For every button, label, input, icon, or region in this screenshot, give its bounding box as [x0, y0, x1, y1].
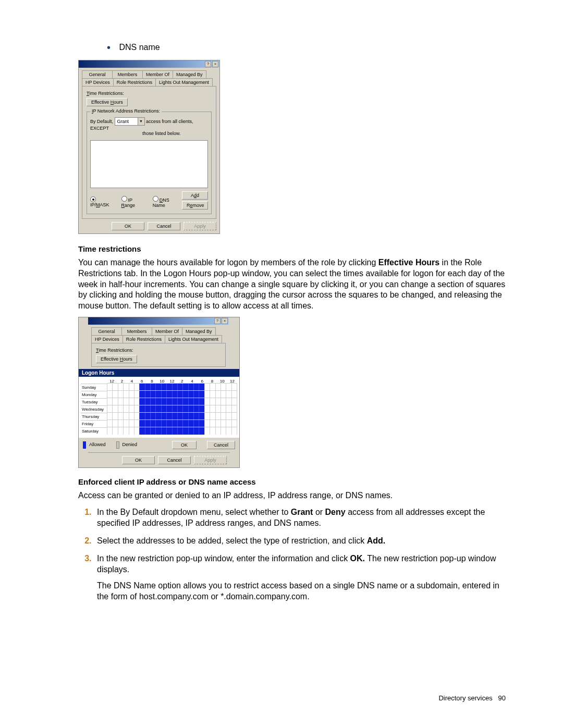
hour-cell[interactable]: [134, 384, 139, 391]
hour-cell[interactable]: [172, 413, 177, 420]
hour-cell[interactable]: [139, 391, 144, 398]
hour-cell[interactable]: [150, 420, 155, 427]
tab-members[interactable]: Members: [112, 70, 143, 78]
hour-cell[interactable]: [193, 420, 199, 427]
hours-grid[interactable]: 122468101224681012 SundayMondayTuesdayWe…: [79, 377, 239, 438]
hour-cell[interactable]: [210, 384, 215, 391]
hour-cell[interactable]: [188, 405, 193, 413]
hour-cell[interactable]: [129, 398, 134, 405]
hour-cell[interactable]: [145, 427, 150, 435]
hour-cell[interactable]: [166, 413, 172, 420]
tab-members[interactable]: Members: [121, 327, 152, 335]
hour-cell[interactable]: [155, 413, 161, 420]
tab-hp-devices[interactable]: HP Devices: [82, 78, 114, 86]
hour-cell[interactable]: [188, 391, 193, 398]
close-icon[interactable]: ×: [222, 318, 228, 324]
tab-managed-by[interactable]: Managed By: [182, 327, 216, 335]
hour-cell[interactable]: [210, 405, 215, 413]
cancel-button-2[interactable]: Cancel: [158, 456, 191, 464]
hour-cell[interactable]: [210, 391, 215, 398]
hour-cell[interactable]: [161, 420, 166, 427]
hour-cell[interactable]: [129, 420, 134, 427]
tab-general[interactable]: General: [91, 327, 122, 335]
hour-cell[interactable]: [123, 413, 128, 420]
hour-cell[interactable]: [193, 398, 199, 405]
hour-cell[interactable]: [231, 391, 237, 398]
hour-cell[interactable]: [221, 398, 226, 405]
hour-cell[interactable]: [221, 384, 226, 391]
hour-cell[interactable]: [129, 413, 134, 420]
hour-cell[interactable]: [193, 413, 199, 420]
hour-cell[interactable]: [226, 420, 231, 427]
tab-member-of[interactable]: Member Of: [142, 70, 173, 78]
hour-cell[interactable]: [215, 398, 221, 405]
hour-cell[interactable]: [231, 405, 237, 413]
hour-cell[interactable]: [166, 420, 172, 427]
hour-cell[interactable]: [145, 420, 150, 427]
hour-cell[interactable]: [150, 427, 155, 435]
hour-cell[interactable]: [226, 413, 231, 420]
hour-cell[interactable]: [150, 391, 155, 398]
hour-cell[interactable]: [172, 420, 177, 427]
hour-cell[interactable]: [150, 398, 155, 405]
hour-cell[interactable]: [145, 384, 150, 391]
logon-cancel-button[interactable]: Cancel: [207, 441, 235, 449]
hour-cell[interactable]: [172, 391, 177, 398]
hour-cell[interactable]: [199, 405, 204, 413]
hour-cell[interactable]: [145, 398, 150, 405]
hour-cell[interactable]: [210, 427, 215, 435]
radio-iprange[interactable]: IP Range: [121, 196, 146, 208]
tab-general[interactable]: General: [82, 70, 113, 78]
hour-cell[interactable]: [107, 427, 112, 435]
hour-cell[interactable]: [155, 398, 161, 405]
hour-cell[interactable]: [221, 405, 226, 413]
hour-cell[interactable]: [112, 413, 117, 420]
tab-lights-out-management[interactable]: Lights Out Management: [155, 78, 213, 86]
hour-cell[interactable]: [177, 391, 182, 398]
hour-cell[interactable]: [221, 427, 226, 435]
hour-cell[interactable]: [177, 413, 182, 420]
exception-listbox[interactable]: [90, 140, 208, 188]
hour-cell[interactable]: [204, 398, 210, 405]
hour-cell[interactable]: [150, 384, 155, 391]
hour-cell[interactable]: [177, 384, 182, 391]
hour-cell[interactable]: [107, 398, 112, 405]
hour-cell[interactable]: [145, 405, 150, 413]
radio-ipmask[interactable]: IP/MASK: [90, 196, 115, 208]
hour-cell[interactable]: [112, 420, 117, 427]
hour-cell[interactable]: [231, 384, 237, 391]
hour-cell[interactable]: [112, 427, 117, 435]
hour-cell[interactable]: [221, 420, 226, 427]
hour-cell[interactable]: [166, 427, 172, 435]
hour-cell[interactable]: [139, 427, 144, 435]
hour-cell[interactable]: [112, 405, 117, 413]
hour-cell[interactable]: [215, 384, 221, 391]
hour-cell[interactable]: [188, 427, 193, 435]
ok-button[interactable]: OK: [112, 222, 144, 230]
hour-cell[interactable]: [155, 427, 161, 435]
hour-cell[interactable]: [139, 405, 144, 413]
hour-cell[interactable]: [134, 405, 139, 413]
hour-cell[interactable]: [161, 384, 166, 391]
hour-cell[interactable]: [199, 391, 204, 398]
hour-cell[interactable]: [155, 405, 161, 413]
hour-cell[interactable]: [118, 413, 123, 420]
hour-cell[interactable]: [112, 391, 117, 398]
hour-cell[interactable]: [166, 391, 172, 398]
hour-cell[interactable]: [161, 405, 166, 413]
hour-cell[interactable]: [145, 413, 150, 420]
hour-cell[interactable]: [182, 405, 188, 413]
hour-cell[interactable]: [150, 405, 155, 413]
add-button[interactable]: Add: [182, 191, 208, 200]
hour-cell[interactable]: [204, 391, 210, 398]
hour-cell[interactable]: [215, 405, 221, 413]
hour-cell[interactable]: [112, 384, 117, 391]
help-icon[interactable]: ?: [214, 318, 221, 324]
hour-cell[interactable]: [188, 398, 193, 405]
hour-cell[interactable]: [204, 420, 210, 427]
hour-cell[interactable]: [150, 413, 155, 420]
hour-cell[interactable]: [161, 391, 166, 398]
hour-cell[interactable]: [134, 413, 139, 420]
hour-cell[interactable]: [107, 405, 112, 413]
hour-cell[interactable]: [123, 427, 128, 435]
